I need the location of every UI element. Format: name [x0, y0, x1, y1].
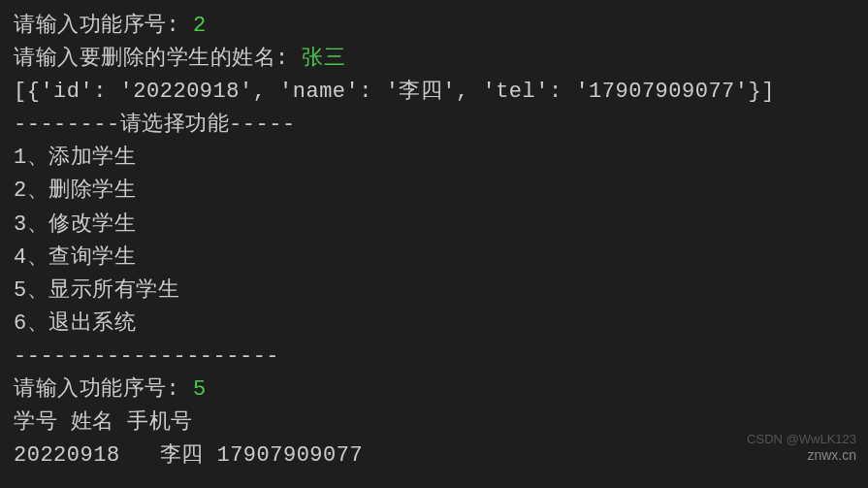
prompt-line-func-no-2: 请输入功能序号: 5	[14, 374, 854, 407]
menu-item-6: 6、退出系统	[14, 308, 854, 341]
table-row: 20220918 李四 17907909077	[14, 439, 854, 472]
menu-item-1: 1、添加学生	[14, 142, 854, 175]
menu-item-2: 2、删除学生	[14, 175, 854, 208]
input-delete-name: 张三	[302, 47, 345, 71]
prompt-line-delete-name: 请输入要删除的学生的姓名: 张三	[14, 43, 854, 76]
input-func-no-2: 5	[193, 377, 207, 402]
watermark-znwx: znwx.cn	[807, 445, 856, 467]
prompt-func-no-2: 请输入功能序号:	[14, 377, 193, 402]
menu-header: --------请选择功能-----	[14, 109, 854, 142]
menu-item-5: 5、显示所有学生	[14, 275, 854, 308]
menu-item-4: 4、查询学生	[14, 242, 854, 275]
separator-line: --------------------	[14, 341, 854, 374]
prompt-line-func-no: 请输入功能序号: 2	[14, 10, 854, 43]
menu-item-3: 3、修改学生	[14, 209, 854, 242]
output-list-result: [{'id': '20220918', 'name': '李四', 'tel':…	[14, 76, 854, 109]
terminal-output: 请输入功能序号: 2 请输入要删除的学生的姓名: 张三 [{'id': '202…	[14, 10, 854, 472]
table-header: 学号 姓名 手机号	[14, 407, 854, 439]
prompt-delete-name: 请输入要删除的学生的姓名:	[14, 47, 302, 71]
prompt-func-no: 请输入功能序号:	[14, 14, 193, 38]
input-func-no-1: 2	[193, 14, 207, 38]
